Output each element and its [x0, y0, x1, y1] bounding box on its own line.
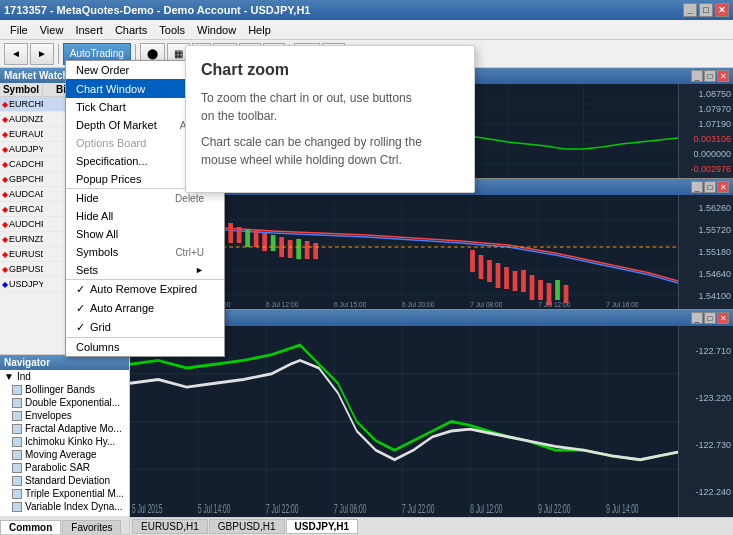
- nav-checkbox[interactable]: [12, 489, 22, 499]
- tab-usdjpy[interactable]: USDJPY,H1: [286, 519, 358, 534]
- svg-text:7 Jul 06:00: 7 Jul 06:00: [334, 501, 366, 516]
- maximize-button[interactable]: □: [699, 3, 713, 17]
- menu-bar: File View Insert Charts Tools Window Hel…: [0, 20, 733, 40]
- menu-charts[interactable]: Charts: [109, 22, 153, 38]
- nav-item-tema[interactable]: Triple Exponential M...: [0, 487, 129, 500]
- svg-rect-61: [504, 267, 509, 289]
- back-button[interactable]: ◄: [4, 43, 28, 65]
- nav-checkbox[interactable]: [12, 398, 22, 408]
- svg-text:8 Jul 12:00: 8 Jul 12:00: [470, 501, 502, 516]
- ctx-columns[interactable]: Columns: [66, 337, 224, 356]
- ctx-hide-all[interactable]: Hide All: [66, 207, 224, 225]
- svg-text:6 Jul 15:00: 6 Jul 15:00: [334, 301, 367, 308]
- chart-usdjpy-bottom-buttons: _ □ ✕: [691, 312, 729, 324]
- chart-eurusd-buttons: _ □ ✕: [691, 70, 729, 82]
- ctx-sets[interactable]: Sets: [66, 261, 224, 279]
- svg-text:6 Jul 12:00: 6 Jul 12:00: [266, 301, 299, 308]
- nav-checkbox[interactable]: [12, 502, 22, 512]
- chart-mid-close-button[interactable]: ✕: [717, 181, 729, 193]
- svg-text:6 Jul 20:00: 6 Jul 20:00: [402, 301, 435, 308]
- nav-item-dema[interactable]: Double Exponential...: [0, 396, 129, 409]
- nav-checkbox[interactable]: [12, 476, 22, 486]
- eurusd-price-scale: 1.08750 1.07970 1.07190 0.003106 0.00000…: [678, 84, 733, 178]
- popup-title: Chart zoom: [201, 61, 459, 79]
- svg-text:7 Jul 22:00: 7 Jul 22:00: [402, 501, 434, 516]
- menu-help[interactable]: Help: [242, 22, 277, 38]
- ctx-auto-remove[interactable]: Auto Remove Expired: [66, 279, 224, 299]
- svg-text:9 Jul 14:00: 9 Jul 14:00: [606, 501, 638, 516]
- tab-favorites[interactable]: Favorites: [62, 520, 121, 534]
- svg-text:9 Jul 22:00: 9 Jul 22:00: [538, 501, 570, 516]
- menu-file[interactable]: File: [4, 22, 34, 38]
- nav-checkbox[interactable]: [12, 463, 22, 473]
- window-title: 1713357 - MetaQuotes-Demo - Demo Account…: [4, 4, 310, 16]
- menu-tools[interactable]: Tools: [153, 22, 191, 38]
- chart-bot-minimize-button[interactable]: _: [691, 312, 703, 324]
- navigator-body: ▼Ind Bollinger Bands Double Exponential.…: [0, 370, 129, 516]
- ctx-symbols[interactable]: Symbols Ctrl+U: [66, 243, 224, 261]
- svg-rect-53: [288, 240, 293, 258]
- nav-item-vidya[interactable]: Variable Index Dyna...: [0, 500, 129, 513]
- tab-common[interactable]: Common: [0, 520, 61, 534]
- chart-bot-maximize-button[interactable]: □: [704, 312, 716, 324]
- svg-rect-50: [262, 233, 267, 251]
- navigator-header: Navigator: [0, 355, 129, 370]
- nav-item-envelopes[interactable]: Envelopes: [0, 409, 129, 422]
- nav-checkbox[interactable]: [12, 411, 22, 421]
- tab-gbpusd[interactable]: GBPUSD,H1: [209, 519, 285, 534]
- svg-rect-46: [228, 223, 233, 243]
- chart-mid-maximize-button[interactable]: □: [704, 181, 716, 193]
- title-bar: 1713357 - MetaQuotes-Demo - Demo Account…: [0, 0, 733, 20]
- menu-view[interactable]: View: [34, 22, 70, 38]
- nav-item-sar[interactable]: Parabolic SAR: [0, 461, 129, 474]
- chart-usdjpy-mid-buttons: _ □ ✕: [691, 181, 729, 193]
- svg-rect-48: [245, 229, 250, 247]
- usdjpy-bottom-price-scale: -122.710 -123.220 -122.730 -122.240: [678, 326, 733, 517]
- chart-zoom-popup: Chart zoom To zoom the chart in or out, …: [185, 45, 475, 193]
- menu-window[interactable]: Window: [191, 22, 242, 38]
- chart-tabs-bottom: EURUSD,H1 GBPUSD,H1 USDJPY,H1: [130, 517, 733, 535]
- ctx-show-all[interactable]: Show All: [66, 225, 224, 243]
- forward-button[interactable]: ►: [30, 43, 54, 65]
- svg-rect-47: [237, 227, 242, 243]
- svg-rect-56: [313, 243, 318, 259]
- popup-text1: To zoom the chart in or out, use buttons…: [201, 89, 459, 125]
- chart-close-button[interactable]: ✕: [717, 70, 729, 82]
- minimize-button[interactable]: _: [683, 3, 697, 17]
- nav-item-indicators[interactable]: ▼Ind: [0, 370, 129, 383]
- svg-rect-60: [496, 263, 501, 288]
- usdjpy-mid-price-scale: 1.56260 1.55720 1.55180 1.54640 1.54100: [678, 195, 733, 309]
- close-button[interactable]: ✕: [715, 3, 729, 17]
- chart-minimize-button[interactable]: _: [691, 70, 703, 82]
- title-bar-buttons: _ □ ✕: [683, 3, 729, 17]
- svg-rect-67: [555, 280, 560, 300]
- nav-item-ma[interactable]: Moving Average: [0, 448, 129, 461]
- chart-mid-minimize-button[interactable]: _: [691, 181, 703, 193]
- svg-text:5 Jul 2015: 5 Jul 2015: [132, 501, 163, 516]
- navigator-tabs: Common Favorites: [0, 516, 129, 534]
- ctx-auto-arrange[interactable]: Auto Arrange: [66, 299, 224, 318]
- svg-rect-59: [487, 260, 492, 282]
- nav-item-bollinger[interactable]: Bollinger Bands: [0, 383, 129, 396]
- nav-item-stdev[interactable]: Standard Deviation: [0, 474, 129, 487]
- svg-rect-65: [538, 280, 543, 300]
- svg-rect-58: [479, 255, 484, 279]
- svg-rect-62: [513, 271, 518, 291]
- svg-rect-64: [530, 275, 535, 300]
- nav-item-ichimoku[interactable]: Ichimoku Kinko Hy...: [0, 435, 129, 448]
- chart-bot-close-button[interactable]: ✕: [717, 312, 729, 324]
- nav-checkbox[interactable]: [12, 424, 22, 434]
- svg-rect-51: [271, 235, 276, 251]
- menu-insert[interactable]: Insert: [69, 22, 109, 38]
- nav-checkbox[interactable]: [12, 450, 22, 460]
- tab-eurusd[interactable]: EURUSD,H1: [132, 519, 208, 534]
- nav-item-frama[interactable]: Fractal Adaptive Mo...: [0, 422, 129, 435]
- nav-checkbox[interactable]: [12, 385, 22, 395]
- chart-maximize-button[interactable]: □: [704, 70, 716, 82]
- ctx-grid[interactable]: Grid: [66, 318, 224, 337]
- col-symbol: Symbol: [0, 83, 43, 96]
- nav-checkbox[interactable]: [12, 437, 22, 447]
- svg-rect-57: [470, 250, 475, 272]
- svg-rect-63: [521, 270, 526, 292]
- svg-text:7 Jul 08:00: 7 Jul 08:00: [470, 301, 503, 308]
